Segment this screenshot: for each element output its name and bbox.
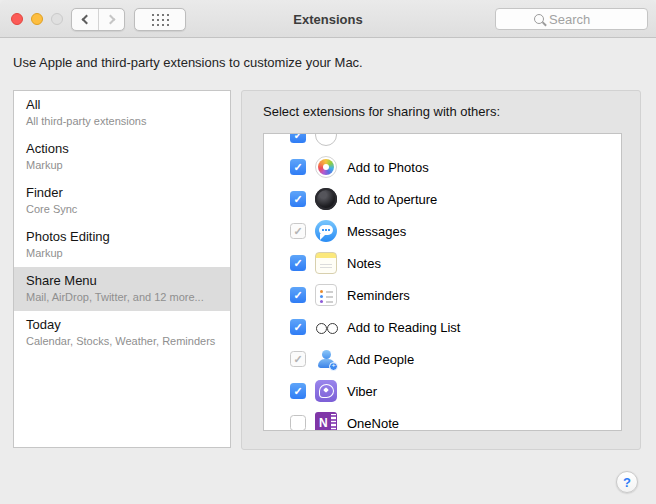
add-people-icon — [315, 348, 337, 370]
search-icon — [534, 14, 544, 24]
extension-label: Add to Aperture — [347, 192, 437, 207]
extension-label: Viber — [347, 384, 377, 399]
back-button[interactable] — [72, 9, 98, 30]
reading-list-icon — [315, 316, 337, 338]
panel-header: Select extensions for sharing with other… — [263, 104, 500, 119]
extension-checkbox[interactable] — [290, 191, 306, 207]
extension-row-viber: Viber — [264, 375, 621, 407]
notes-icon — [315, 252, 337, 274]
extension-checkbox[interactable] — [290, 287, 306, 303]
close-window-button[interactable] — [11, 13, 23, 25]
zoom-window-button — [51, 13, 63, 25]
reminders-icon — [315, 284, 337, 306]
grid-icon — [152, 14, 154, 16]
extension-label: OneNote — [347, 416, 399, 431]
extension-checkbox[interactable] — [290, 319, 306, 335]
titlebar: Extensions — [0, 0, 656, 38]
extension-checkbox[interactable] — [290, 255, 306, 271]
aperture-icon — [315, 188, 337, 210]
sidebar-item-title: Share Menu — [26, 273, 218, 289]
extension-label: Messages — [347, 224, 406, 239]
share-menu-detail-panel: Select extensions for sharing with other… — [241, 90, 641, 450]
intro-text: Use Apple and third-party extensions to … — [13, 55, 363, 70]
sidebar-item-subtitle: Markup — [26, 158, 218, 172]
extension-checkbox[interactable] — [290, 415, 306, 431]
sidebar-item-title: Actions — [26, 141, 218, 157]
sidebar-item-today[interactable]: Today Calendar, Stocks, Weather, Reminde… — [14, 311, 230, 355]
extension-checkbox[interactable] — [290, 383, 306, 399]
extension-label: Notes — [347, 256, 381, 271]
minimize-window-button[interactable] — [31, 13, 43, 25]
extension-row-notes: Notes — [264, 247, 621, 279]
help-button[interactable]: ? — [616, 471, 638, 493]
extension-label: Add to Photos — [347, 160, 429, 175]
show-all-preferences-button[interactable] — [134, 8, 186, 31]
sidebar-item-title: Finder — [26, 185, 218, 201]
search-input[interactable] — [549, 12, 609, 27]
onenote-icon — [315, 412, 337, 431]
sidebar-item-all[interactable]: All All third-party extensions — [14, 91, 230, 135]
extension-checkbox — [290, 223, 306, 239]
extension-label: Add to Reading List — [347, 320, 460, 335]
sidebar-item-title: All — [26, 97, 218, 113]
chevron-left-icon — [82, 15, 92, 25]
extensions-category-sidebar: All All third-party extensions Actions M… — [13, 90, 231, 448]
extension-label: Reminders — [347, 288, 410, 303]
extension-row-onenote: OneNote — [264, 407, 621, 431]
forward-button[interactable] — [98, 9, 124, 30]
share-extensions-list[interactable]: Add to Photos Add to Aperture Messages N… — [263, 133, 622, 431]
sidebar-item-finder[interactable]: Finder Core Sync — [14, 179, 230, 223]
plus-badge-icon — [329, 362, 338, 371]
back-forward-segmented-control — [71, 8, 125, 31]
extension-row-add-people: Add People — [264, 343, 621, 375]
extension-row-add-to-photos: Add to Photos — [264, 151, 621, 183]
extension-label: Add People — [347, 352, 414, 367]
photos-icon — [315, 156, 337, 178]
extension-row-messages: Messages — [264, 215, 621, 247]
extension-checkbox[interactable] — [290, 159, 306, 175]
question-mark-icon: ? — [623, 475, 631, 490]
search-field[interactable] — [495, 8, 648, 30]
sidebar-item-actions[interactable]: Actions Markup — [14, 135, 230, 179]
messages-icon — [315, 220, 337, 242]
sidebar-item-photos-editing[interactable]: Photos Editing Markup — [14, 223, 230, 267]
sidebar-item-title: Photos Editing — [26, 229, 218, 245]
extension-row-add-to-aperture: Add to Aperture — [264, 183, 621, 215]
sidebar-item-share-menu[interactable]: Share Menu Mail, AirDrop, Twitter, and 1… — [14, 267, 230, 311]
extension-checkbox — [290, 351, 306, 367]
extension-checkbox[interactable] — [290, 133, 306, 143]
sidebar-item-title: Today — [26, 317, 218, 333]
viber-icon — [315, 380, 337, 402]
extension-row-reminders: Reminders — [264, 279, 621, 311]
sidebar-item-subtitle: Markup — [26, 246, 218, 260]
sidebar-item-subtitle: Mail, AirDrop, Twitter, and 12 more... — [26, 290, 218, 304]
sidebar-item-subtitle: Core Sync — [26, 202, 218, 216]
extension-row-add-to-reading-list: Add to Reading List — [264, 311, 621, 343]
extension-row-partial — [264, 133, 621, 151]
chevron-right-icon — [105, 15, 115, 25]
app-icon — [315, 133, 337, 146]
sidebar-item-subtitle: All third-party extensions — [26, 114, 218, 128]
sidebar-item-subtitle: Calendar, Stocks, Weather, Reminders — [26, 334, 218, 348]
